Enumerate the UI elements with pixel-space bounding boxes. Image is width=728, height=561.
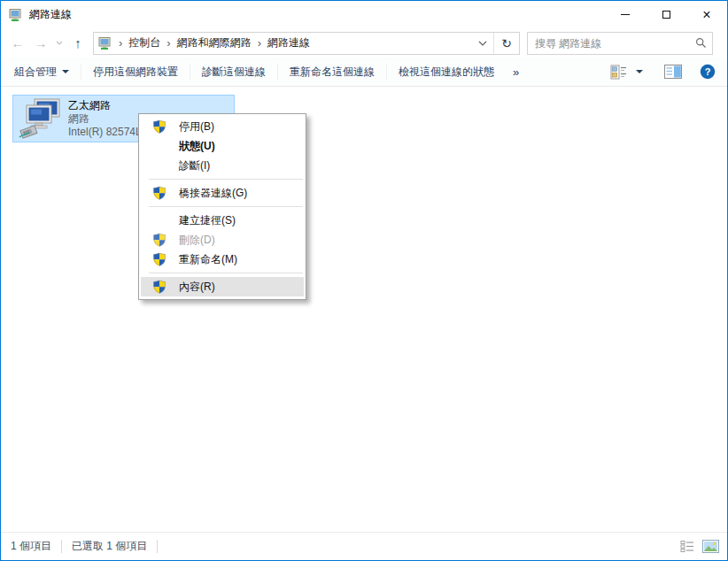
- help-icon: ?: [700, 64, 716, 80]
- maximize-button[interactable]: [646, 1, 686, 28]
- search-input[interactable]: [528, 37, 689, 50]
- details-view-icon: [680, 540, 695, 553]
- chevron-down-icon: [636, 70, 643, 73]
- status-divider: [61, 540, 62, 553]
- menu-item-label: 診斷(I): [179, 158, 210, 173]
- status-bar-right: [676, 536, 727, 557]
- menu-item-status[interactable]: 狀態(U): [141, 136, 304, 156]
- breadcrumb-network-connections[interactable]: 網路連線: [267, 35, 310, 50]
- back-icon: ←: [12, 35, 25, 50]
- forward-icon: →: [35, 35, 48, 50]
- breadcrumb-separator: ›: [252, 33, 267, 54]
- menu-item-label: 刪除(D): [179, 233, 215, 248]
- menu-item-create-shortcut[interactable]: 建立捷徑(S): [141, 211, 304, 230]
- menu-item-rename[interactable]: 重新命名(M): [141, 250, 304, 269]
- forward-button[interactable]: →: [29, 32, 52, 55]
- search-icon-wrap[interactable]: [689, 37, 712, 49]
- help-button[interactable]: ?: [695, 61, 720, 82]
- breadcrumb-control-panel[interactable]: 控制台: [128, 35, 160, 50]
- diagnose-connection-button[interactable]: 診斷這個連線: [190, 61, 277, 82]
- menu-item-delete: 刪除(D): [141, 230, 304, 250]
- menu-separator: [149, 273, 303, 273]
- command-bar: 組合管理 停用這個網路裝置 診斷這個連線 重新命名這個連線 檢視這個連線的狀態 …: [1, 58, 727, 87]
- selected-count: 已選取 1 個項目: [72, 539, 147, 554]
- command-bar-right: ?: [606, 61, 727, 82]
- address-dropdown-button[interactable]: [472, 33, 493, 54]
- network-connections-window: 網路連線 × ← → ↑ › 控制台 ›: [0, 0, 728, 561]
- large-icons-view-icon: [702, 540, 719, 553]
- menu-item-label: 停用(B): [179, 119, 214, 134]
- breadcrumb-separator: ›: [160, 33, 176, 54]
- change-view-icon: [610, 65, 628, 80]
- svg-text:?: ?: [705, 66, 711, 77]
- menu-item-label: 建立捷徑(S): [179, 213, 236, 228]
- organize-button[interactable]: 組合管理: [3, 61, 81, 82]
- back-button[interactable]: ←: [6, 32, 29, 55]
- window-title: 網路連線: [29, 7, 72, 22]
- items-count: 1 個項目: [11, 539, 51, 554]
- location-icon: [98, 36, 112, 50]
- menu-icon-slot: [152, 139, 167, 153]
- context-menu: 停用(B) 狀態(U) 診斷(I) 橋接器連線(G): [138, 113, 306, 300]
- menu-separator: [149, 179, 303, 180]
- connection-network: 網路: [68, 112, 142, 126]
- search-box[interactable]: [527, 32, 713, 55]
- tile-text: 乙太網路 網路 Intel(R) 82574L: [68, 99, 142, 139]
- file-list-area[interactable]: 乙太網路 網路 Intel(R) 82574L 停用(B) 狀態(U): [1, 87, 727, 532]
- large-icons-view-button[interactable]: [699, 536, 722, 557]
- rename-connection-button[interactable]: 重新命名這個連線: [278, 61, 386, 82]
- refresh-icon: ↻: [501, 36, 512, 50]
- uac-shield-icon: [152, 119, 167, 134]
- window-controls: ×: [605, 1, 727, 28]
- network-connections-icon: [9, 8, 23, 22]
- maximize-icon: [662, 11, 670, 19]
- details-view-button[interactable]: [676, 536, 699, 557]
- minimize-button[interactable]: [605, 1, 646, 28]
- search-icon: [695, 37, 707, 49]
- connection-name: 乙太網路: [68, 99, 142, 112]
- view-status-button[interactable]: 檢視這個連線的狀態: [387, 61, 506, 82]
- menu-item-bridge-connections[interactable]: 橋接器連線(G): [141, 183, 304, 203]
- close-icon: ×: [702, 8, 710, 22]
- status-divider: [157, 540, 158, 553]
- refresh-button[interactable]: ↻: [494, 33, 519, 54]
- close-button[interactable]: ×: [686, 1, 727, 28]
- chevron-down-icon: [56, 41, 63, 45]
- menu-icon-slot: [152, 158, 167, 173]
- menu-item-diagnose[interactable]: 診斷(I): [141, 156, 304, 175]
- organize-label: 組合管理: [14, 65, 57, 80]
- preview-pane-icon: [664, 65, 682, 79]
- chevron-down-icon: [478, 41, 487, 46]
- change-view-button[interactable]: [606, 61, 647, 82]
- uac-shield-icon: [152, 280, 167, 294]
- menu-item-disable[interactable]: 停用(B): [141, 117, 304, 136]
- preview-pane-button[interactable]: [660, 61, 686, 82]
- menu-separator: [149, 206, 303, 207]
- recent-locations-button[interactable]: [52, 32, 66, 55]
- menu-item-label: 重新命名(M): [179, 252, 237, 267]
- uac-shield-icon: [152, 186, 167, 200]
- titlebar: 網路連線 ×: [1, 1, 727, 28]
- minimize-icon: [621, 14, 630, 15]
- menu-item-label: 內容(R): [179, 280, 215, 295]
- up-icon: ↑: [74, 35, 81, 50]
- breadcrumb-network-and-internet[interactable]: 網路和網際網路: [177, 35, 252, 50]
- menu-item-label: 橋接器連線(G): [179, 186, 247, 201]
- status-bar: 1 個項目 已選取 1 個項目: [1, 532, 727, 560]
- menu-item-properties[interactable]: 內容(R): [141, 277, 304, 296]
- menu-icon-slot: [152, 213, 167, 227]
- disable-device-button[interactable]: 停用這個網路裝置: [81, 61, 190, 82]
- up-button[interactable]: ↑: [66, 32, 89, 55]
- address-bar[interactable]: › 控制台 › 網路和網際網路 › 網路連線 ↻: [93, 32, 520, 55]
- uac-shield-icon: [152, 233, 167, 247]
- connection-device: Intel(R) 82574L: [68, 126, 142, 139]
- chevron-down-icon: [62, 70, 69, 73]
- navigation-bar: ← → ↑ › 控制台 › 網路和網際網路 › 網路連線: [1, 28, 727, 58]
- menu-item-label: 狀態(U): [179, 139, 215, 154]
- uac-shield-icon: [152, 252, 167, 266]
- ethernet-adapter-icon: [18, 98, 62, 139]
- toolbar-overflow-button[interactable]: »: [506, 65, 526, 79]
- breadcrumb-separator: ›: [112, 33, 128, 54]
